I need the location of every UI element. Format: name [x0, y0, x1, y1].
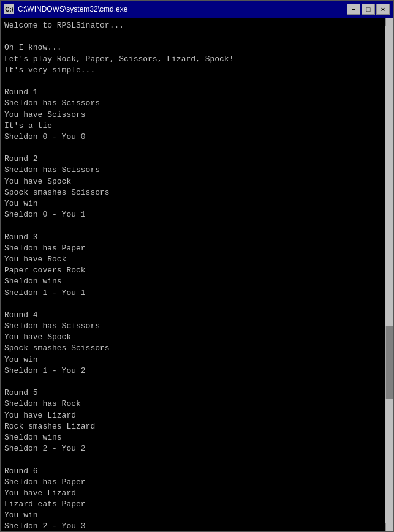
scrollbar[interactable]: ▲ ▼	[385, 18, 393, 531]
window-title: C:\WINDOWS\system32\cmd.exe	[18, 5, 127, 13]
maximize-button[interactable]: □	[362, 4, 375, 15]
titlebar-buttons: − □ ×	[347, 4, 390, 15]
console-body: Welcome to RPSLSinator... Oh I know... L…	[1, 18, 393, 531]
scrollbar-thumb[interactable]	[385, 326, 393, 399]
scrollbar-up-button[interactable]: ▲	[385, 18, 393, 26]
scrollbar-down-button[interactable]: ▼	[385, 523, 393, 531]
titlebar-left: C:\ C:\WINDOWS\system32\cmd.exe	[4, 4, 127, 14]
cmd-window: C:\ C:\WINDOWS\system32\cmd.exe − □ × We…	[0, 0, 394, 532]
minimize-button[interactable]: −	[347, 4, 360, 15]
console-output: Welcome to RPSLSinator... Oh I know... L…	[4, 20, 390, 531]
titlebar: C:\ C:\WINDOWS\system32\cmd.exe − □ ×	[1, 1, 393, 18]
cmd-icon: C:\	[4, 4, 14, 14]
close-button[interactable]: ×	[376, 4, 390, 15]
